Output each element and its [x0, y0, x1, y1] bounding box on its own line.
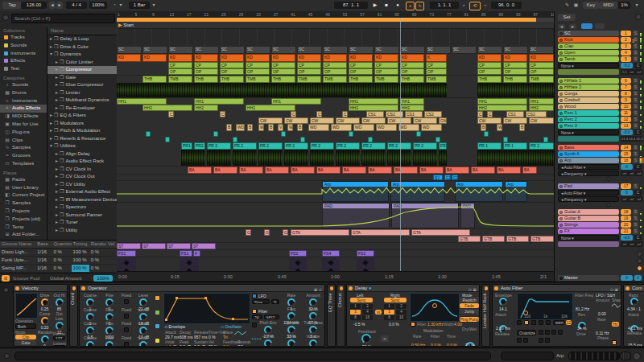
- compressor-title[interactable]: Com: [624, 285, 644, 292]
- collection-item-effects[interactable]: Effects: [0, 57, 47, 65]
- solo-button[interactable]: S: [633, 104, 638, 109]
- clip[interactable]: SC: [529, 46, 554, 54]
- track-name-pill[interactable]: Guitar B: [558, 216, 619, 221]
- clip[interactable]: C: [487, 111, 493, 117]
- clip[interactable]: PR1: [181, 142, 192, 150]
- clip[interactable]: BA: [188, 167, 212, 174]
- track-name-pill[interactable]: Conga: [558, 91, 619, 97]
- track-name-pill[interactable]: Cowbell: [558, 97, 619, 103]
- place-item-packs[interactable]: ▦Packs: [0, 176, 47, 184]
- place-item-temp[interactable]: ❒Temp: [0, 224, 47, 232]
- clip[interactable]: GTB: [482, 236, 505, 242]
- arrangement-position-field[interactable]: 87. 1. 1: [334, 2, 368, 9]
- clip[interactable]: B: [297, 124, 303, 131]
- clip[interactable]: CW: [477, 117, 502, 124]
- lfo-sync-select[interactable]: S: [271, 299, 279, 304]
- env-attack-value[interactable]: 2.30 ms: [496, 326, 510, 331]
- status-collapse-icon[interactable]: [4, 353, 10, 359]
- feedback-value[interactable]: 0 %: [223, 344, 230, 347]
- automation-value[interactable]: -inf: [628, 196, 635, 202]
- nudge-down-button[interactable]: ◂: [49, 2, 56, 9]
- quantize-beat-4[interactable]: [558, 330, 563, 335]
- track-name-pill[interactable]: Perc 3: [558, 123, 619, 129]
- category-item-templates[interactable]: ▭Templates: [0, 160, 47, 168]
- collection-item-instruments[interactable]: Instruments: [0, 50, 47, 58]
- groove-cell[interactable]: Funk Upte...: [0, 257, 35, 264]
- master-track-pill[interactable]: Master: [558, 275, 619, 281]
- clip[interactable]: BA: [239, 167, 263, 174]
- track-number[interactable]: 21: [621, 228, 631, 234]
- clip[interactable]: CW: [361, 117, 386, 124]
- osc-2-fixed-toggle[interactable]: Fixed: [120, 307, 133, 320]
- filter-circuit-select[interactable]: MS2: [264, 315, 279, 319]
- fold-icon[interactable]: ▣ ⊙: [314, 286, 322, 293]
- clip[interactable]: ST: [167, 243, 191, 249]
- right-div-4[interactable]: 4: [396, 310, 407, 315]
- track-number[interactable]: 4: [621, 50, 631, 56]
- filter-type-lp-icon[interactable]: [517, 320, 522, 325]
- filter-type-notch-icon[interactable]: [539, 320, 543, 325]
- clip[interactable]: CP: [529, 62, 554, 68]
- track-lane-bass[interactable]: BABABABABABABABABABABABABABA: [117, 167, 554, 175]
- clip[interactable]: OP: [297, 68, 321, 75]
- tree-item-ir-measurement-device[interactable]: ▸❒IR Measurement Device: [47, 196, 118, 204]
- clip[interactable]: [165, 137, 170, 142]
- clip[interactable]: SC: [297, 46, 322, 54]
- tree-item-gate[interactable]: ▸❒Gate: [47, 74, 118, 82]
- clip[interactable]: CP: [220, 62, 244, 68]
- dry-wet-value[interactable]: 20 %: [465, 343, 474, 347]
- clip[interactable]: C: [220, 111, 225, 117]
- clip[interactable]: OP: [349, 68, 373, 75]
- tab-envelope[interactable]: □ Envelope: [165, 324, 185, 329]
- clip[interactable]: CW: [336, 117, 360, 124]
- audio-clip-waveform[interactable]: [181, 150, 205, 166]
- category-item-audio-effects[interactable]: ≠Audio Effects: [0, 105, 47, 113]
- track-play-icon[interactable]: [559, 125, 563, 128]
- track-header-bass[interactable]: Bass14S: [555, 145, 644, 150]
- sustain-value[interactable]: 0.0 dB: [194, 344, 205, 347]
- clip[interactable]: [213, 131, 218, 137]
- clip[interactable]: B: [481, 124, 486, 131]
- clip[interactable]: [436, 137, 440, 142]
- clip[interactable]: G: [264, 229, 270, 236]
- place-item-projects[interactable]: ❒Projects: [0, 208, 47, 216]
- groove-row[interactable]: Disco Ligh...1/160 %100 %0 %: [0, 249, 117, 257]
- tree-item-limiter[interactable]: ▸❒Limiter: [47, 89, 118, 97]
- track-number[interactable]: 6: [621, 78, 631, 84]
- clip[interactable]: BA: [471, 167, 495, 174]
- quantize-dropdown-icon[interactable]: ▾: [151, 2, 156, 9]
- clip[interactable]: PR 2: [361, 142, 386, 150]
- audio-clip-waveform[interactable]: [310, 150, 334, 166]
- clip[interactable]: BA: [394, 167, 418, 174]
- track-header-perc-2[interactable]: Perc 212S: [555, 117, 644, 122]
- track-name-pill[interactable]: Perc 2: [558, 117, 619, 122]
- track-play-icon[interactable]: [559, 230, 563, 233]
- solo-button[interactable]: S: [633, 228, 638, 234]
- audio-clip-waveform[interactable]: [233, 150, 257, 166]
- clip[interactable]: KD: [323, 54, 347, 62]
- automation-value[interactable]: -inf: [628, 171, 635, 176]
- drive-knob[interactable]: Drive0.25: [38, 293, 52, 311]
- automation-select[interactable]: ◂ Frequency ▾: [558, 196, 619, 202]
- clip[interactable]: F: [193, 250, 200, 257]
- quantize-beat-1[interactable]: [539, 330, 543, 335]
- clip[interactable]: KD: [168, 54, 192, 62]
- set-button[interactable]: Set: [558, 14, 576, 21]
- tree-item-pitch-modulation[interactable]: ▸❒Pitch & Modulation: [47, 127, 118, 135]
- clip[interactable]: TMB: [426, 76, 447, 83]
- lfo-hz-button[interactable]: Hz: [612, 322, 619, 327]
- master-pan-value[interactable]: 0: [634, 275, 642, 281]
- clip[interactable]: SC: [477, 46, 502, 54]
- output-select[interactable]: None ▾: [558, 63, 619, 68]
- clip[interactable]: CW: [310, 117, 334, 124]
- clip[interactable]: HH2: [349, 105, 398, 111]
- clip[interactable]: HH1: [477, 98, 527, 105]
- device-chooser-row[interactable]: ◂ Auto Filter ▾0C: [555, 164, 644, 170]
- track-number[interactable]: 9: [621, 97, 631, 103]
- track-number[interactable]: 3: [621, 43, 631, 49]
- groove-cell[interactable]: 0 %: [52, 257, 72, 264]
- tone-knob[interactable]: Tone79 %: [283, 334, 300, 347]
- lfo-spin-toggle[interactable]: [612, 340, 617, 345]
- clip[interactable]: FS1: [180, 250, 192, 257]
- left-div-2[interactable]: 2: [362, 304, 373, 309]
